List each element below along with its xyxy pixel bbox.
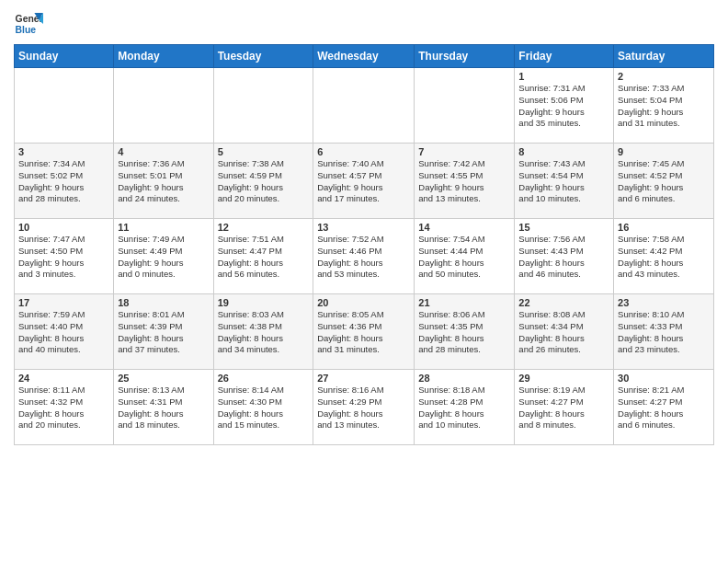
day-number: 19 (218, 297, 310, 308)
day-number: 10 (18, 222, 109, 233)
logo-icon: General Blue (14, 9, 43, 39)
week-row-2: 10Sunrise: 7:47 AM Sunset: 4:50 PM Dayli… (15, 219, 714, 294)
day-number: 1 (518, 71, 609, 82)
header: General Blue (14, 9, 714, 39)
calendar-cell: 13Sunrise: 7:52 AM Sunset: 4:46 PM Dayli… (313, 219, 415, 294)
day-number: 17 (18, 297, 109, 308)
day-detail: Sunrise: 7:40 AM Sunset: 4:57 PM Dayligh… (317, 158, 410, 205)
day-number: 26 (218, 373, 310, 384)
day-number: 3 (18, 146, 109, 157)
week-row-3: 17Sunrise: 7:59 AM Sunset: 4:40 PM Dayli… (15, 294, 714, 370)
day-detail: Sunrise: 7:38 AM Sunset: 4:59 PM Dayligh… (218, 158, 310, 205)
day-number: 9 (618, 146, 710, 157)
day-detail: Sunrise: 7:54 AM Sunset: 4:44 PM Dayligh… (418, 234, 510, 281)
day-detail: Sunrise: 7:51 AM Sunset: 4:47 PM Dayligh… (218, 234, 310, 281)
day-header-wednesday: Wednesday (313, 45, 415, 68)
calendar-cell (114, 68, 213, 144)
calendar-cell (213, 68, 313, 144)
day-detail: Sunrise: 8:18 AM Sunset: 4:28 PM Dayligh… (418, 385, 510, 431)
calendar-cell: 7Sunrise: 7:42 AM Sunset: 4:55 PM Daylig… (415, 144, 515, 219)
day-detail: Sunrise: 8:08 AM Sunset: 4:34 PM Dayligh… (518, 309, 609, 356)
day-detail: Sunrise: 8:14 AM Sunset: 4:30 PM Dayligh… (218, 385, 310, 431)
calendar-cell: 20Sunrise: 8:05 AM Sunset: 4:36 PM Dayli… (313, 294, 415, 370)
day-detail: Sunrise: 7:42 AM Sunset: 4:55 PM Dayligh… (418, 158, 510, 205)
day-number: 23 (618, 297, 710, 308)
day-detail: Sunrise: 7:47 AM Sunset: 4:50 PM Dayligh… (18, 234, 109, 281)
day-detail: Sunrise: 7:56 AM Sunset: 4:43 PM Dayligh… (518, 234, 609, 281)
day-detail: Sunrise: 7:34 AM Sunset: 5:02 PM Dayligh… (18, 158, 109, 205)
calendar-cell: 24Sunrise: 8:11 AM Sunset: 4:32 PM Dayli… (15, 370, 114, 445)
day-number: 29 (518, 373, 609, 384)
day-number: 28 (418, 373, 510, 384)
day-detail: Sunrise: 7:45 AM Sunset: 4:52 PM Dayligh… (618, 158, 710, 205)
day-number: 7 (418, 146, 510, 157)
day-number: 21 (418, 297, 510, 308)
day-number: 14 (418, 222, 510, 233)
day-header-saturday: Saturday (614, 45, 714, 68)
calendar-cell (313, 68, 415, 144)
day-detail: Sunrise: 8:11 AM Sunset: 4:32 PM Dayligh… (18, 385, 109, 431)
day-number: 16 (618, 222, 710, 233)
week-row-1: 3Sunrise: 7:34 AM Sunset: 5:02 PM Daylig… (15, 144, 714, 219)
day-number: 8 (518, 146, 609, 157)
day-header-friday: Friday (515, 45, 614, 68)
calendar-cell: 17Sunrise: 7:59 AM Sunset: 4:40 PM Dayli… (15, 294, 114, 370)
calendar-cell: 28Sunrise: 8:18 AM Sunset: 4:28 PM Dayli… (415, 370, 515, 445)
calendar-cell: 25Sunrise: 8:13 AM Sunset: 4:31 PM Dayli… (114, 370, 213, 445)
calendar-cell (15, 68, 114, 144)
week-row-0: 1Sunrise: 7:31 AM Sunset: 5:06 PM Daylig… (15, 68, 714, 144)
day-detail: Sunrise: 8:21 AM Sunset: 4:27 PM Dayligh… (618, 385, 710, 431)
day-number: 11 (118, 222, 209, 233)
calendar-cell: 26Sunrise: 8:14 AM Sunset: 4:30 PM Dayli… (213, 370, 313, 445)
day-detail: Sunrise: 7:31 AM Sunset: 5:06 PM Dayligh… (518, 83, 609, 130)
calendar-cell (415, 68, 515, 144)
day-detail: Sunrise: 7:58 AM Sunset: 4:42 PM Dayligh… (618, 234, 710, 281)
day-number: 20 (317, 297, 410, 308)
day-number: 24 (18, 373, 109, 384)
day-detail: Sunrise: 8:01 AM Sunset: 4:39 PM Dayligh… (118, 309, 209, 356)
day-detail: Sunrise: 8:06 AM Sunset: 4:35 PM Dayligh… (418, 309, 510, 356)
calendar-cell: 9Sunrise: 7:45 AM Sunset: 4:52 PM Daylig… (614, 144, 714, 219)
day-number: 30 (618, 373, 710, 384)
calendar-cell: 4Sunrise: 7:36 AM Sunset: 5:01 PM Daylig… (114, 144, 213, 219)
calendar-cell: 16Sunrise: 7:58 AM Sunset: 4:42 PM Dayli… (614, 219, 714, 294)
calendar-cell: 1Sunrise: 7:31 AM Sunset: 5:06 PM Daylig… (515, 68, 614, 144)
logo: General Blue (14, 9, 43, 39)
calendar-cell: 3Sunrise: 7:34 AM Sunset: 5:02 PM Daylig… (15, 144, 114, 219)
calendar-cell: 18Sunrise: 8:01 AM Sunset: 4:39 PM Dayli… (114, 294, 213, 370)
day-number: 2 (618, 71, 710, 82)
calendar-cell: 29Sunrise: 8:19 AM Sunset: 4:27 PM Dayli… (515, 370, 614, 445)
day-detail: Sunrise: 8:16 AM Sunset: 4:29 PM Dayligh… (317, 385, 410, 431)
calendar-cell: 5Sunrise: 7:38 AM Sunset: 4:59 PM Daylig… (213, 144, 313, 219)
calendar-cell: 8Sunrise: 7:43 AM Sunset: 4:54 PM Daylig… (515, 144, 614, 219)
calendar-cell: 10Sunrise: 7:47 AM Sunset: 4:50 PM Dayli… (15, 219, 114, 294)
calendar-cell: 23Sunrise: 8:10 AM Sunset: 4:33 PM Dayli… (614, 294, 714, 370)
day-detail: Sunrise: 7:36 AM Sunset: 5:01 PM Dayligh… (118, 158, 209, 205)
day-number: 15 (518, 222, 609, 233)
day-detail: Sunrise: 8:10 AM Sunset: 4:33 PM Dayligh… (618, 309, 710, 356)
day-number: 5 (218, 146, 310, 157)
calendar-cell: 21Sunrise: 8:06 AM Sunset: 4:35 PM Dayli… (415, 294, 515, 370)
day-number: 13 (317, 222, 410, 233)
day-header-monday: Monday (114, 45, 213, 68)
day-number: 18 (118, 297, 209, 308)
calendar-cell: 14Sunrise: 7:54 AM Sunset: 4:44 PM Dayli… (415, 219, 515, 294)
day-detail: Sunrise: 7:43 AM Sunset: 4:54 PM Dayligh… (518, 158, 609, 205)
svg-text:Blue: Blue (16, 25, 37, 35)
day-number: 22 (518, 297, 609, 308)
day-detail: Sunrise: 7:52 AM Sunset: 4:46 PM Dayligh… (317, 234, 410, 281)
calendar-cell: 15Sunrise: 7:56 AM Sunset: 4:43 PM Dayli… (515, 219, 614, 294)
calendar-cell: 27Sunrise: 8:16 AM Sunset: 4:29 PM Dayli… (313, 370, 415, 445)
day-number: 12 (218, 222, 310, 233)
calendar-cell: 2Sunrise: 7:33 AM Sunset: 5:04 PM Daylig… (614, 68, 714, 144)
calendar-table: SundayMondayTuesdayWednesdayThursdayFrid… (14, 44, 714, 445)
day-detail: Sunrise: 8:13 AM Sunset: 4:31 PM Dayligh… (118, 385, 209, 431)
day-detail: Sunrise: 7:59 AM Sunset: 4:40 PM Dayligh… (18, 309, 109, 356)
day-number: 27 (317, 373, 410, 384)
calendar-cell: 22Sunrise: 8:08 AM Sunset: 4:34 PM Dayli… (515, 294, 614, 370)
week-row-4: 24Sunrise: 8:11 AM Sunset: 4:32 PM Dayli… (15, 370, 714, 445)
calendar-header-row: SundayMondayTuesdayWednesdayThursdayFrid… (15, 45, 714, 68)
day-header-sunday: Sunday (15, 45, 114, 68)
calendar-cell: 6Sunrise: 7:40 AM Sunset: 4:57 PM Daylig… (313, 144, 415, 219)
day-header-tuesday: Tuesday (213, 45, 313, 68)
